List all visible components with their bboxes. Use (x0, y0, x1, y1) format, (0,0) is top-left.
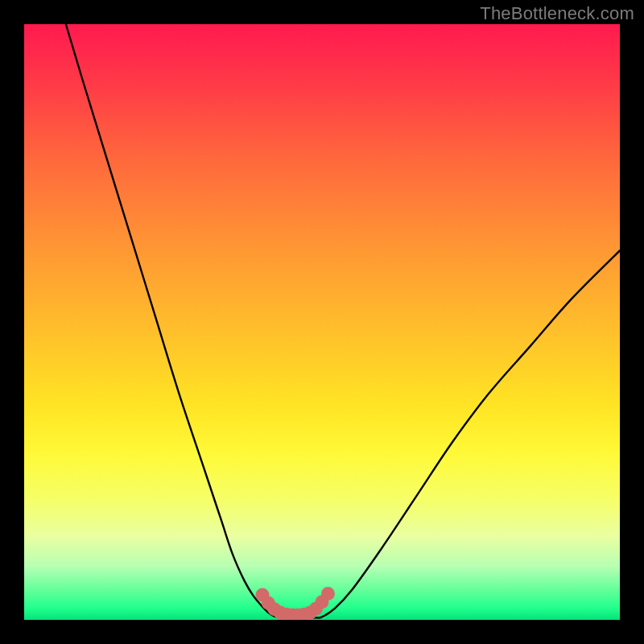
highlight-dot (321, 587, 335, 601)
watermark-label: TheBottleneck.com (480, 3, 634, 24)
plot-area (24, 24, 620, 620)
chart-frame: TheBottleneck.com (0, 0, 644, 644)
chart-svg (24, 24, 620, 620)
bottleneck-curve (66, 24, 620, 618)
